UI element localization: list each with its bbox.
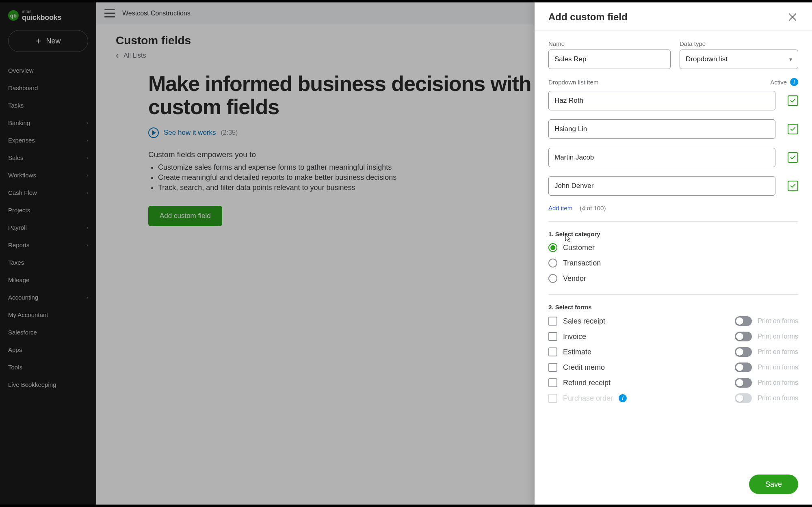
form-row-sales-receipt: Sales receiptPrint on forms <box>548 316 798 326</box>
category-radio-vendor[interactable]: Vendor <box>548 274 798 283</box>
dropdown-item-row <box>548 119 798 139</box>
sidebar-item-tasks[interactable]: Tasks <box>0 97 96 114</box>
data-type-label: Data type <box>680 40 798 47</box>
sidebar-item-sales[interactable]: Sales› <box>0 149 96 166</box>
chevron-right-icon: › <box>87 242 88 248</box>
new-button-label: New <box>46 37 61 45</box>
form-row-credit-memo: Credit memoPrint on forms <box>548 362 798 372</box>
form-checkbox[interactable] <box>548 378 557 387</box>
sidebar-item-expenses[interactable]: Expenses› <box>0 132 96 149</box>
sidebar-item-label: Banking <box>8 119 30 126</box>
form-row-purchase-order: Purchase orderiPrint on forms <box>548 393 798 403</box>
dropdown-item-row <box>548 91 798 110</box>
active-checkbox[interactable] <box>788 124 798 134</box>
print-on-forms-label: Print on forms <box>758 379 798 386</box>
hero-title: Make informed business decisions with cu… <box>148 72 587 119</box>
info-icon[interactable]: i <box>790 78 798 86</box>
sidebar-item-label: Expenses <box>8 137 35 144</box>
bullet-item: Track, search, and filter data points re… <box>158 183 587 193</box>
data-type-select[interactable]: Dropdown list ▾ <box>680 50 798 69</box>
print-toggle[interactable] <box>735 347 752 357</box>
sidebar-item-payroll[interactable]: Payroll› <box>0 219 96 236</box>
sidebar-item-workflows[interactable]: Workflows› <box>0 166 96 184</box>
chevron-right-icon: › <box>87 295 88 300</box>
form-checkbox <box>548 394 557 403</box>
radio-label: Transaction <box>563 259 601 268</box>
print-on-forms-label: Print on forms <box>758 395 798 402</box>
panel-body: Name Data type Dropdown list ▾ Dropdown … <box>535 30 812 467</box>
dropdown-item-input[interactable] <box>548 148 775 167</box>
category-radio-group: CustomerTransactionVendor <box>548 243 798 283</box>
dropdown-item-row <box>548 176 798 196</box>
form-label: Estimate <box>563 348 591 356</box>
name-input[interactable] <box>548 50 671 69</box>
sidebar-item-apps[interactable]: Apps <box>0 341 96 358</box>
sidebar-item-taxes[interactable]: Taxes <box>0 254 96 271</box>
sidebar-item-overview[interactable]: Overview <box>0 62 96 79</box>
see-how-it-works[interactable]: See how it works (2:35) <box>148 127 587 138</box>
sidebar-item-label: Cash Flow <box>8 189 37 196</box>
chevron-right-icon: › <box>87 155 88 161</box>
sidebar-item-label: Salesforce <box>8 329 37 336</box>
add-custom-field-button[interactable]: Add custom field <box>148 206 222 226</box>
radio-icon <box>548 259 557 268</box>
sidebar-item-banking[interactable]: Banking› <box>0 114 96 132</box>
form-row-invoice: InvoicePrint on forms <box>548 332 798 341</box>
sidebar-item-accounting[interactable]: Accounting› <box>0 289 96 306</box>
sidebar-item-salesforce[interactable]: Salesforce <box>0 324 96 341</box>
category-radio-customer[interactable]: Customer <box>548 243 798 252</box>
print-on-forms-label: Print on forms <box>758 317 798 325</box>
panel-footer: Save <box>535 467 812 505</box>
see-how-link: See how it works <box>164 129 216 137</box>
sidebar-item-cash-flow[interactable]: Cash Flow› <box>0 184 96 201</box>
sidebar-item-reports[interactable]: Reports› <box>0 236 96 254</box>
divider <box>548 221 798 222</box>
hamburger-icon[interactable] <box>104 9 115 17</box>
sidebar-item-mileage[interactable]: Mileage <box>0 271 96 289</box>
print-toggle[interactable] <box>735 378 752 388</box>
active-checkbox[interactable] <box>788 152 798 163</box>
sidebar-item-my-accountant[interactable]: My Accountant <box>0 306 96 324</box>
save-button[interactable]: Save <box>749 475 798 494</box>
category-section-title: 1. Select category <box>548 231 798 237</box>
form-label: Credit memo <box>563 363 605 372</box>
form-checkbox[interactable] <box>548 347 557 356</box>
plus-icon: + <box>35 36 41 46</box>
category-radio-transaction[interactable]: Transaction <box>548 259 798 268</box>
sidebar-item-label: Sales <box>8 154 24 161</box>
active-checkbox[interactable] <box>788 95 798 106</box>
form-label: Invoice <box>563 332 586 341</box>
add-item-link[interactable]: Add item <box>548 205 572 211</box>
dropdown-item-input[interactable] <box>548 119 775 139</box>
back-link: All Lists <box>123 52 146 59</box>
panel-title: Add custom field <box>548 11 628 23</box>
hero: Make informed business decisions with cu… <box>148 72 587 226</box>
form-label: Sales receipt <box>563 317 605 326</box>
form-label: Purchase order <box>563 394 613 403</box>
sidebar-item-label: Dashboard <box>8 84 38 91</box>
sidebar-item-projects[interactable]: Projects <box>0 201 96 219</box>
form-checkbox[interactable] <box>548 332 557 341</box>
play-icon <box>148 127 159 138</box>
chevron-left-icon: ‹ <box>116 50 119 61</box>
print-toggle[interactable] <box>735 362 752 372</box>
info-icon[interactable]: i <box>619 394 627 402</box>
sidebar-item-dashboard[interactable]: Dashboard <box>0 79 96 97</box>
close-icon[interactable] <box>787 11 798 23</box>
dropdown-item-input[interactable] <box>548 176 775 196</box>
new-button[interactable]: + New <box>8 30 88 52</box>
print-on-forms-label: Print on forms <box>758 348 798 356</box>
sidebar-nav: OverviewDashboardTasksBanking›Expenses›S… <box>0 62 96 393</box>
form-checkbox[interactable] <box>548 317 557 326</box>
sidebar-item-label: Tools <box>8 364 22 371</box>
print-toggle[interactable] <box>735 332 752 341</box>
chevron-right-icon: › <box>87 225 88 231</box>
sidebar-item-label: Overview <box>8 67 34 74</box>
form-checkbox[interactable] <box>548 363 557 372</box>
sidebar-item-live-bookkeeping[interactable]: Live Bookkeeping <box>0 376 96 393</box>
duration: (2:35) <box>221 129 238 136</box>
active-checkbox[interactable] <box>788 181 798 191</box>
sidebar-item-tools[interactable]: Tools <box>0 358 96 376</box>
print-toggle[interactable] <box>735 316 752 326</box>
dropdown-item-input[interactable] <box>548 91 775 110</box>
